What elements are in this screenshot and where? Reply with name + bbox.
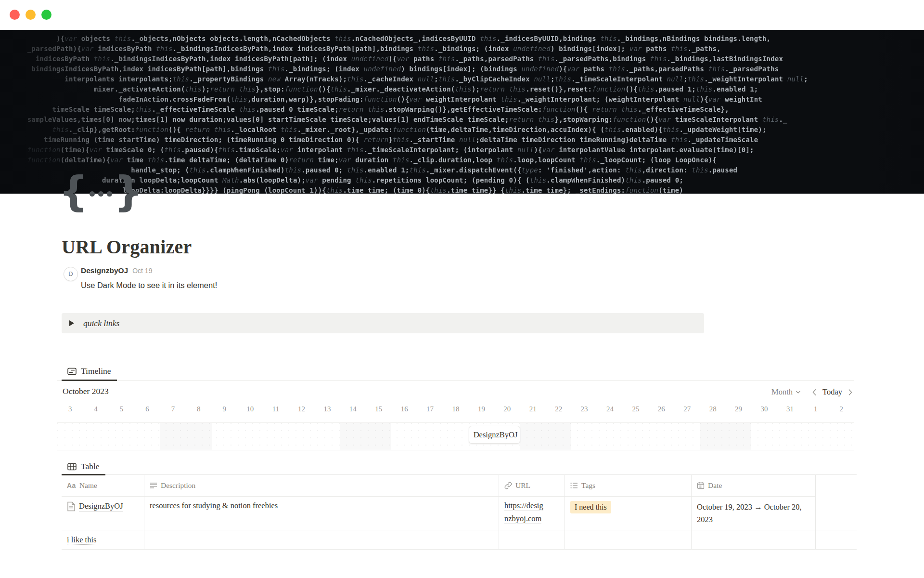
url-link-line[interactable]: nzbyoj.com <box>504 514 541 524</box>
timeline-tabrow: Timeline <box>57 360 854 381</box>
timeline-view-icon <box>67 368 77 375</box>
page-document-icon <box>67 501 76 512</box>
url-cell[interactable] <box>499 530 565 549</box>
cover-code-line: this._clip},getRoot:function(){ return t… <box>23 125 924 135</box>
cover-code-line: indicesByPath this._bindingsIndicesByPat… <box>23 54 924 64</box>
name-cell[interactable]: i like this <box>62 530 144 549</box>
dots-glyph <box>90 191 112 197</box>
weekend-shade <box>726 423 751 450</box>
url-cell[interactable]: https://designzbyoj.com <box>499 497 565 530</box>
timeline-date-label: 2 <box>829 405 854 418</box>
cover-code-line: function(deltaTime){var time this.time d… <box>23 155 924 165</box>
today-button[interactable]: Today <box>822 387 842 397</box>
page-title: URL Organizer <box>62 235 192 260</box>
tag-pill: I need this <box>570 501 611 513</box>
timeline-nav: Today <box>811 387 853 397</box>
timeline-date-label: 24 <box>597 405 623 418</box>
cover-code-line: loopDelta:loopDelta}}}} (pingPong (loopC… <box>23 185 924 194</box>
page-icon-curly-braces[interactable]: { } <box>59 171 143 211</box>
toggle-label: quick links <box>83 318 119 328</box>
timeline-lane: DesignzByOJ <box>57 422 854 450</box>
column-header-date[interactable]: Date <box>692 475 816 497</box>
text-property-icon: Aa <box>67 482 76 489</box>
bulleted-list-icon <box>570 482 578 489</box>
chevron-right-icon <box>848 389 852 396</box>
weekend-shade <box>186 423 211 450</box>
cover-code-line: timeRunning (time startTime) timeDirecti… <box>23 135 924 145</box>
timeline-date-label: 21 <box>520 405 546 418</box>
table-view-icon <box>67 463 77 471</box>
weekend-shade <box>700 423 725 450</box>
right-brace-glyph: } <box>114 171 143 211</box>
column-header-name[interactable]: Aa Name <box>62 475 144 497</box>
avatar: D <box>64 267 78 281</box>
page-link[interactable]: i like this <box>67 535 96 545</box>
timeline-date-label: 5 <box>109 405 134 418</box>
tab-table[interactable]: Table <box>62 459 105 475</box>
weekend-shade <box>340 423 366 450</box>
calendar-icon <box>697 482 705 489</box>
column-header-url[interactable]: URL <box>499 475 565 497</box>
timeline-date-label: 1 <box>803 405 828 418</box>
timeline-date-label: 29 <box>726 405 751 418</box>
description-cell[interactable]: resources for studying & notion freebies <box>144 497 499 530</box>
table-view: Table Aa Name Description URL <box>62 457 857 550</box>
timeline-date-label: 3 <box>57 405 83 418</box>
close-window-button[interactable] <box>10 10 20 20</box>
timeline-date-label: 23 <box>571 405 597 418</box>
timeline-date-label: 14 <box>340 405 366 418</box>
date-cell[interactable]: October 19, 2023 → October 20, 2023 <box>692 497 816 530</box>
timeline-date-label: 18 <box>443 405 468 418</box>
column-header-description[interactable]: Description <box>144 475 499 497</box>
timeline-date-label: 31 <box>777 405 803 418</box>
cover-code-line: duration loopDelta;loopCount Math.abs(lo… <box>23 175 924 185</box>
cover-code-line: fadeInAction.crossFadeFrom(this,duration… <box>23 94 924 105</box>
timeline-item-card[interactable]: DesignzByOJ <box>469 426 520 444</box>
paragraph-lines-icon <box>150 482 157 489</box>
timeline-date-label: 28 <box>700 405 725 418</box>
timeline-date-label: 30 <box>751 405 777 418</box>
row-filler <box>816 497 857 530</box>
table-tab-label: Table <box>81 461 100 472</box>
link-icon <box>504 482 512 489</box>
cover-code-line: interpolants interpolants;this._property… <box>23 74 924 84</box>
column-header-tags[interactable]: Tags <box>565 475 692 497</box>
timeline-right-controls: Month Today <box>771 387 853 397</box>
tags-cell[interactable]: I need this <box>565 497 692 530</box>
window-titlebar <box>0 0 924 30</box>
timeline-dates: 3456789101112131415161718192021222324252… <box>57 405 854 418</box>
page-link[interactable]: DesignzByOJ <box>79 501 123 512</box>
cover-code-line: _parsedPath){var indicesByPath this._bin… <box>23 44 924 54</box>
next-month-button[interactable] <box>847 388 853 397</box>
timeline-date-label: 27 <box>674 405 700 418</box>
weekend-shade <box>160 423 186 450</box>
timeline-scale-selector[interactable]: Month <box>771 387 801 397</box>
comment-header: DesignzbyOJ Oct 19 <box>81 266 152 275</box>
quick-links-toggle[interactable]: quick links <box>62 313 704 333</box>
tags-cell[interactable] <box>565 530 692 549</box>
timeline-date-label: 20 <box>494 405 520 418</box>
minimize-window-button[interactable] <box>26 10 36 20</box>
timeline-date-label: 6 <box>134 405 160 418</box>
cover-code-line: ){var objects this._objects,nObjects obj… <box>23 34 924 44</box>
cover-code-line: sampleValues,times[0] now;times[1] now d… <box>23 115 924 125</box>
url-link-line[interactable]: https://desig <box>504 501 543 511</box>
timeline-date-label: 11 <box>263 405 288 418</box>
weekend-shade <box>366 423 391 450</box>
timeline-date-label: 25 <box>623 405 648 418</box>
chevron-down-icon <box>796 390 801 394</box>
previous-month-button[interactable] <box>811 388 818 397</box>
timeline-controls: October 2023 Month Today <box>57 381 854 405</box>
description-cell[interactable] <box>144 530 499 549</box>
table-row: i like this <box>62 530 857 550</box>
zoom-window-button[interactable] <box>41 10 51 20</box>
tab-timeline[interactable]: Timeline <box>62 363 117 381</box>
timeline-date-label: 7 <box>160 405 186 418</box>
timeline-tab-label: Timeline <box>81 366 111 376</box>
date-cell[interactable] <box>692 530 816 549</box>
timeline-date-label: 16 <box>391 405 417 418</box>
name-cell[interactable]: DesignzByOJ <box>62 497 144 530</box>
comment-author: DesignzbyOJ <box>81 266 128 275</box>
left-brace-glyph: { <box>59 171 88 211</box>
timeline-date-label: 13 <box>314 405 340 418</box>
